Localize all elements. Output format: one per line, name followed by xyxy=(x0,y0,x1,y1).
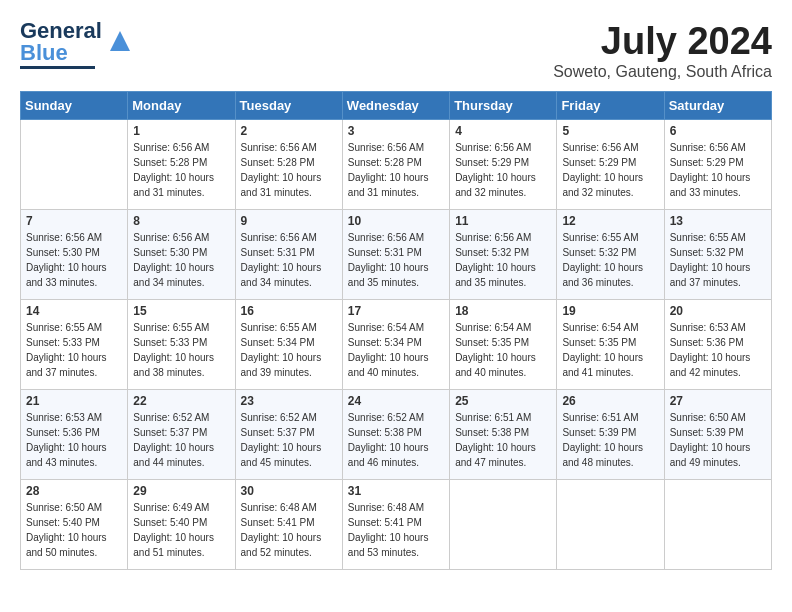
day-number: 3 xyxy=(348,124,444,138)
day-number: 15 xyxy=(133,304,229,318)
day-number: 28 xyxy=(26,484,122,498)
day-number: 12 xyxy=(562,214,658,228)
day-number: 16 xyxy=(241,304,337,318)
header-row: Sunday Monday Tuesday Wednesday Thursday… xyxy=(21,92,772,120)
page-header: GeneralBlue July 2024 Soweto, Gauteng, S… xyxy=(20,20,772,81)
day-cell: 6Sunrise: 6:56 AMSunset: 5:29 PMDaylight… xyxy=(664,120,771,210)
day-cell: 11Sunrise: 6:56 AMSunset: 5:32 PMDayligh… xyxy=(450,210,557,300)
col-tuesday: Tuesday xyxy=(235,92,342,120)
day-info: Sunrise: 6:56 AMSunset: 5:31 PMDaylight:… xyxy=(348,230,444,290)
month-title: July 2024 xyxy=(553,20,772,63)
day-cell: 2Sunrise: 6:56 AMSunset: 5:28 PMDaylight… xyxy=(235,120,342,210)
day-number: 26 xyxy=(562,394,658,408)
day-cell xyxy=(21,120,128,210)
logo-icon xyxy=(106,23,134,53)
day-info: Sunrise: 6:55 AMSunset: 5:32 PMDaylight:… xyxy=(670,230,766,290)
day-cell: 8Sunrise: 6:56 AMSunset: 5:30 PMDaylight… xyxy=(128,210,235,300)
day-number: 2 xyxy=(241,124,337,138)
day-cell: 29Sunrise: 6:49 AMSunset: 5:40 PMDayligh… xyxy=(128,480,235,570)
day-number: 10 xyxy=(348,214,444,228)
day-cell: 19Sunrise: 6:54 AMSunset: 5:35 PMDayligh… xyxy=(557,300,664,390)
location-title: Soweto, Gauteng, South Africa xyxy=(553,63,772,81)
logo-text: GeneralBlue xyxy=(20,20,102,64)
day-info: Sunrise: 6:55 AMSunset: 5:32 PMDaylight:… xyxy=(562,230,658,290)
day-number: 29 xyxy=(133,484,229,498)
day-number: 13 xyxy=(670,214,766,228)
day-info: Sunrise: 6:56 AMSunset: 5:29 PMDaylight:… xyxy=(670,140,766,200)
day-number: 8 xyxy=(133,214,229,228)
week-row-5: 28Sunrise: 6:50 AMSunset: 5:40 PMDayligh… xyxy=(21,480,772,570)
day-number: 4 xyxy=(455,124,551,138)
day-number: 25 xyxy=(455,394,551,408)
day-info: Sunrise: 6:56 AMSunset: 5:30 PMDaylight:… xyxy=(26,230,122,290)
day-number: 6 xyxy=(670,124,766,138)
day-info: Sunrise: 6:52 AMSunset: 5:37 PMDaylight:… xyxy=(133,410,229,470)
day-info: Sunrise: 6:52 AMSunset: 5:38 PMDaylight:… xyxy=(348,410,444,470)
day-info: Sunrise: 6:51 AMSunset: 5:38 PMDaylight:… xyxy=(455,410,551,470)
logo: GeneralBlue xyxy=(20,20,134,69)
week-row-4: 21Sunrise: 6:53 AMSunset: 5:36 PMDayligh… xyxy=(21,390,772,480)
day-cell: 20Sunrise: 6:53 AMSunset: 5:36 PMDayligh… xyxy=(664,300,771,390)
logo-underline xyxy=(20,66,95,69)
day-cell xyxy=(450,480,557,570)
day-info: Sunrise: 6:49 AMSunset: 5:40 PMDaylight:… xyxy=(133,500,229,560)
day-info: Sunrise: 6:56 AMSunset: 5:31 PMDaylight:… xyxy=(241,230,337,290)
day-number: 21 xyxy=(26,394,122,408)
title-section: July 2024 Soweto, Gauteng, South Africa xyxy=(553,20,772,81)
day-number: 14 xyxy=(26,304,122,318)
day-info: Sunrise: 6:56 AMSunset: 5:30 PMDaylight:… xyxy=(133,230,229,290)
day-info: Sunrise: 6:56 AMSunset: 5:28 PMDaylight:… xyxy=(133,140,229,200)
col-friday: Friday xyxy=(557,92,664,120)
day-number: 7 xyxy=(26,214,122,228)
calendar-table: Sunday Monday Tuesday Wednesday Thursday… xyxy=(20,91,772,570)
col-thursday: Thursday xyxy=(450,92,557,120)
day-info: Sunrise: 6:56 AMSunset: 5:28 PMDaylight:… xyxy=(348,140,444,200)
col-saturday: Saturday xyxy=(664,92,771,120)
day-number: 11 xyxy=(455,214,551,228)
day-cell: 14Sunrise: 6:55 AMSunset: 5:33 PMDayligh… xyxy=(21,300,128,390)
day-cell: 13Sunrise: 6:55 AMSunset: 5:32 PMDayligh… xyxy=(664,210,771,300)
day-cell: 30Sunrise: 6:48 AMSunset: 5:41 PMDayligh… xyxy=(235,480,342,570)
day-number: 18 xyxy=(455,304,551,318)
day-cell: 26Sunrise: 6:51 AMSunset: 5:39 PMDayligh… xyxy=(557,390,664,480)
day-cell xyxy=(664,480,771,570)
day-cell: 23Sunrise: 6:52 AMSunset: 5:37 PMDayligh… xyxy=(235,390,342,480)
week-row-3: 14Sunrise: 6:55 AMSunset: 5:33 PMDayligh… xyxy=(21,300,772,390)
day-number: 31 xyxy=(348,484,444,498)
svg-marker-0 xyxy=(110,31,130,51)
day-info: Sunrise: 6:48 AMSunset: 5:41 PMDaylight:… xyxy=(241,500,337,560)
day-cell: 10Sunrise: 6:56 AMSunset: 5:31 PMDayligh… xyxy=(342,210,449,300)
day-cell: 3Sunrise: 6:56 AMSunset: 5:28 PMDaylight… xyxy=(342,120,449,210)
day-number: 24 xyxy=(348,394,444,408)
col-monday: Monday xyxy=(128,92,235,120)
day-cell: 22Sunrise: 6:52 AMSunset: 5:37 PMDayligh… xyxy=(128,390,235,480)
day-info: Sunrise: 6:56 AMSunset: 5:29 PMDaylight:… xyxy=(455,140,551,200)
day-cell: 24Sunrise: 6:52 AMSunset: 5:38 PMDayligh… xyxy=(342,390,449,480)
day-cell: 28Sunrise: 6:50 AMSunset: 5:40 PMDayligh… xyxy=(21,480,128,570)
day-number: 9 xyxy=(241,214,337,228)
day-info: Sunrise: 6:50 AMSunset: 5:40 PMDaylight:… xyxy=(26,500,122,560)
day-info: Sunrise: 6:48 AMSunset: 5:41 PMDaylight:… xyxy=(348,500,444,560)
week-row-2: 7Sunrise: 6:56 AMSunset: 5:30 PMDaylight… xyxy=(21,210,772,300)
day-info: Sunrise: 6:55 AMSunset: 5:33 PMDaylight:… xyxy=(26,320,122,380)
day-number: 1 xyxy=(133,124,229,138)
day-info: Sunrise: 6:56 AMSunset: 5:29 PMDaylight:… xyxy=(562,140,658,200)
day-number: 27 xyxy=(670,394,766,408)
day-cell: 27Sunrise: 6:50 AMSunset: 5:39 PMDayligh… xyxy=(664,390,771,480)
day-info: Sunrise: 6:56 AMSunset: 5:32 PMDaylight:… xyxy=(455,230,551,290)
day-cell: 21Sunrise: 6:53 AMSunset: 5:36 PMDayligh… xyxy=(21,390,128,480)
day-number: 30 xyxy=(241,484,337,498)
day-number: 19 xyxy=(562,304,658,318)
week-row-1: 1Sunrise: 6:56 AMSunset: 5:28 PMDaylight… xyxy=(21,120,772,210)
day-info: Sunrise: 6:50 AMSunset: 5:39 PMDaylight:… xyxy=(670,410,766,470)
day-cell: 1Sunrise: 6:56 AMSunset: 5:28 PMDaylight… xyxy=(128,120,235,210)
day-cell xyxy=(557,480,664,570)
day-number: 23 xyxy=(241,394,337,408)
day-info: Sunrise: 6:55 AMSunset: 5:34 PMDaylight:… xyxy=(241,320,337,380)
day-number: 5 xyxy=(562,124,658,138)
day-cell: 31Sunrise: 6:48 AMSunset: 5:41 PMDayligh… xyxy=(342,480,449,570)
day-info: Sunrise: 6:54 AMSunset: 5:35 PMDaylight:… xyxy=(455,320,551,380)
day-cell: 9Sunrise: 6:56 AMSunset: 5:31 PMDaylight… xyxy=(235,210,342,300)
day-info: Sunrise: 6:53 AMSunset: 5:36 PMDaylight:… xyxy=(26,410,122,470)
day-cell: 7Sunrise: 6:56 AMSunset: 5:30 PMDaylight… xyxy=(21,210,128,300)
